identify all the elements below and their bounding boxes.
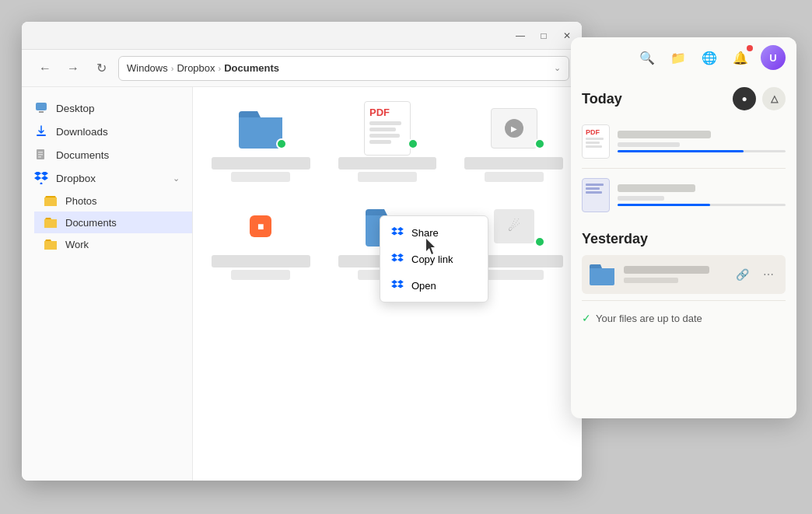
panel-topbar: 🔍 📁 🌐 🔔 U xyxy=(571,37,796,78)
svg-rect-0 xyxy=(36,103,47,110)
panel-doc-progress-bar xyxy=(618,204,786,206)
globe-icon[interactable]: 🌐 xyxy=(698,47,720,68)
panel-status-text: Your files are up to date xyxy=(596,313,702,324)
svg-rect-2 xyxy=(37,135,46,136)
panel-doc-lines xyxy=(586,184,606,195)
panel-yesterday-item-folder[interactable]: 🔗 ⋯ xyxy=(582,255,786,294)
back-button[interactable]: ← xyxy=(34,58,56,79)
file-label-1 xyxy=(212,157,310,170)
panel-light-icon-btn[interactable]: △ xyxy=(762,87,786,110)
panel-yesterday-info xyxy=(624,266,723,283)
panel-pdf-info xyxy=(618,131,786,152)
panel-doc-progress-fill xyxy=(618,204,710,206)
panel-doc-info xyxy=(618,184,786,206)
path-dropbox: Dropbox xyxy=(177,62,215,74)
file-item-pdf[interactable]: PDF xyxy=(332,100,443,188)
maximize-button[interactable]: □ xyxy=(538,30,549,41)
panel-pdf-progress-bar xyxy=(618,150,786,152)
panel-file-item-doc[interactable] xyxy=(582,172,786,219)
sync-dot-video xyxy=(534,138,545,149)
sidebar-label-dropbox: Dropbox xyxy=(56,173,96,184)
documents-icon xyxy=(34,148,48,162)
close-button[interactable]: ✕ xyxy=(562,30,572,41)
panel-doc-name xyxy=(618,184,695,192)
sidebar-label-documents-sub: Documents xyxy=(65,217,117,229)
file-item-video[interactable]: ▶ xyxy=(458,100,569,188)
main-content: Desktop Downloads Documents xyxy=(22,87,582,481)
dropbox-panel: 🔍 📁 🌐 🔔 U Today ● △ PDF xyxy=(571,37,796,418)
download-icon xyxy=(34,124,48,138)
sidebar-label-documents: Documents xyxy=(56,149,109,161)
search-icon[interactable]: 🔍 xyxy=(636,47,658,68)
more-action-button[interactable]: ⋯ xyxy=(758,264,779,285)
sidebar-item-desktop[interactable]: Desktop xyxy=(22,96,192,120)
file-label-pdf-b xyxy=(358,172,417,182)
sidebar-item-photos[interactable]: Photos xyxy=(34,190,192,212)
link-action-button[interactable]: 🔗 xyxy=(731,264,753,285)
context-copylink-label: Copy link xyxy=(411,254,453,265)
path-windows: Windows xyxy=(127,62,168,74)
notification-wrapper: 🔔 xyxy=(730,47,751,68)
panel-pdf-icon: PDF xyxy=(582,124,610,159)
video-file-icon: ▶ xyxy=(491,108,537,149)
sync-dot-pdf xyxy=(408,138,418,149)
forward-button[interactable]: → xyxy=(62,58,84,79)
address-dropdown-icon: ⌄ xyxy=(554,63,561,73)
sidebar-item-work[interactable]: Work xyxy=(34,233,192,255)
context-menu-item-copylink[interactable]: Copy link xyxy=(380,246,488,272)
svg-rect-6 xyxy=(38,156,41,158)
file-item-app[interactable]: ■ xyxy=(205,198,317,286)
minimize-button[interactable]: — xyxy=(515,30,526,41)
toolbar: ← → ↻ Windows › Dropbox › Documents ⌄ xyxy=(22,50,582,87)
file-label-video xyxy=(464,157,563,170)
panel-doc-icon xyxy=(582,178,610,212)
sidebar-label-desktop: Desktop xyxy=(56,103,95,114)
panel-pdf-name xyxy=(618,131,711,138)
dropbox-icon xyxy=(34,171,48,185)
sidebar-label-work: Work xyxy=(65,239,89,250)
context-menu: Share Copy link Open xyxy=(380,215,488,302)
sidebar-label-downloads: Downloads xyxy=(56,126,108,138)
folder-icon[interactable]: 📁 xyxy=(667,47,689,68)
panel-section-icons: ● △ xyxy=(733,87,786,110)
panel-content: Today ● △ PDF xyxy=(571,78,796,418)
context-menu-item-open[interactable]: Open xyxy=(380,272,488,299)
refresh-button[interactable]: ↻ xyxy=(90,58,112,79)
panel-yesterday-actions: 🔗 ⋯ xyxy=(731,264,779,285)
notification-dot xyxy=(747,45,753,51)
panel-divider-1 xyxy=(582,168,786,169)
panel-yesterday-label: Yesterday xyxy=(582,231,648,247)
sidebar-label-photos: Photos xyxy=(65,195,96,207)
photos-folder-icon xyxy=(44,194,58,208)
sidebar-item-documents-sub[interactable]: Documents xyxy=(34,212,192,233)
explorer-window: — □ ✕ ← → ↻ Windows › Dropbox › Document… xyxy=(22,22,582,481)
file-label-video-b xyxy=(485,172,544,182)
work-folder-icon xyxy=(44,237,58,251)
file-item-folder1[interactable] xyxy=(205,100,317,188)
sidebar-item-downloads[interactable]: Downloads xyxy=(22,120,192,143)
title-bar: — □ ✕ xyxy=(22,22,582,50)
sidebar-item-documents[interactable]: Documents xyxy=(22,143,192,166)
chevron-1: › xyxy=(171,64,174,73)
svg-rect-4 xyxy=(38,152,43,153)
panel-file-item-pdf[interactable]: PDF xyxy=(582,118,786,165)
context-menu-item-share[interactable]: Share xyxy=(380,219,488,246)
context-open-label: Open xyxy=(411,280,436,292)
file-label-app-b xyxy=(231,270,290,280)
sidebar-item-dropbox[interactable]: Dropbox ⌄ xyxy=(22,166,192,190)
pdf-label: PDF xyxy=(369,107,390,118)
panel-today-label: Today xyxy=(582,91,622,107)
share-icon xyxy=(390,225,405,240)
address-bar[interactable]: Windows › Dropbox › Documents ⌄ xyxy=(118,56,569,81)
file-label-1b xyxy=(231,172,290,182)
panel-pdf-label: PDF xyxy=(586,128,600,136)
chevron-2: › xyxy=(219,64,222,73)
open-icon xyxy=(390,278,405,293)
avatar[interactable]: U xyxy=(761,45,786,70)
file-label-pdf xyxy=(338,157,437,170)
panel-dark-icon-btn[interactable]: ● xyxy=(733,87,756,110)
sidebar: Desktop Downloads Documents xyxy=(22,87,193,481)
pdf-lines xyxy=(369,121,405,146)
play-button[interactable]: ▶ xyxy=(505,119,523,138)
folder1-icon-wrapper xyxy=(233,106,289,151)
